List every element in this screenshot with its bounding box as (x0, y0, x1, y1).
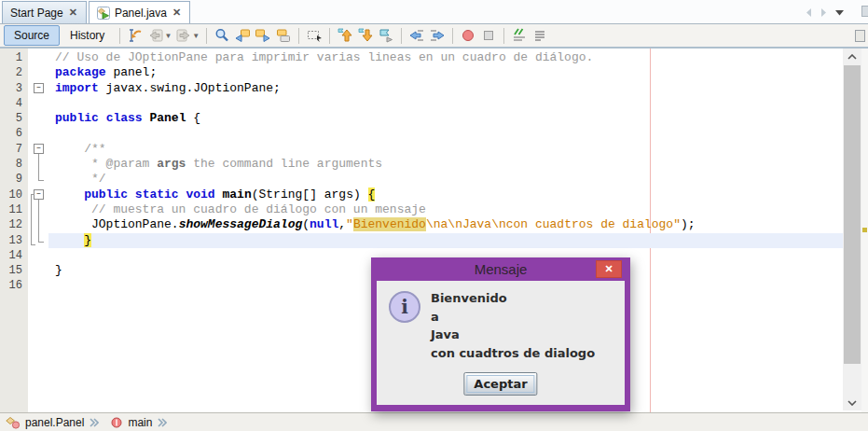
rectangular-selection-icon[interactable] (304, 26, 324, 45)
next-bookmark-icon[interactable] (355, 26, 376, 45)
code-token: package (55, 65, 106, 79)
code-token (55, 233, 84, 247)
info-icon: i (389, 291, 420, 323)
breadcrumb-label: main (128, 416, 152, 429)
source-view-button[interactable]: Source (4, 25, 60, 46)
code-line[interactable]: JOptionPane.showMessageDialog(null,"Bien… (0, 217, 843, 232)
code-token: the command line arguments (186, 157, 382, 171)
shift-left-icon[interactable] (406, 26, 427, 45)
close-icon[interactable]: ✕ (172, 7, 182, 19)
dialog-title: Mensaje (371, 257, 630, 281)
code-token: /** (55, 142, 106, 156)
code-token: void (186, 188, 214, 202)
code-line[interactable] (0, 96, 843, 111)
history-view-button[interactable]: History (60, 25, 115, 46)
dialog-message-line: con cuadtros de dialogo (431, 344, 595, 363)
message-dialog: Mensaje ✕ i Bienvenido a Java con cuadtr… (371, 257, 630, 411)
editor-toolbar-overflow-icon[interactable] (855, 30, 865, 42)
code-line[interactable]: * @param args the command line arguments (0, 157, 843, 172)
find-next-occurrence-icon[interactable] (253, 26, 273, 45)
code-token: ( (302, 217, 310, 231)
error-stripe[interactable] (861, 49, 868, 412)
code-token: ); (681, 217, 696, 231)
previous-bookmark-icon[interactable] (335, 26, 355, 45)
dialog-message-line: Bienvenido (431, 289, 595, 308)
code-token: // Uso de JOptionPane para imprimir vari… (55, 50, 593, 64)
scroll-up-icon[interactable] (843, 49, 861, 64)
code-line[interactable]: // muestra un cuadro de diálogo con un m… (0, 202, 843, 217)
toggle-highlight-icon[interactable] (273, 26, 294, 45)
toolbar-separator (329, 28, 330, 44)
navigation-breadcrumb-bar: panel.Panel main (0, 412, 868, 431)
breadcrumb-item-method[interactable]: main (110, 416, 152, 429)
occurrence-mark[interactable] (862, 228, 867, 232)
scroll-down-icon[interactable] (843, 395, 861, 410)
code-token: main (223, 188, 252, 202)
forward-history-dropdown-icon[interactable]: ▼ (192, 32, 200, 40)
tab-label: Panel.java (115, 7, 167, 20)
editor-toolbar: Source History ▼ ▼ (0, 24, 868, 49)
code-token: (String[] args) (252, 188, 368, 202)
scroll-tabs-left-icon[interactable] (806, 7, 812, 18)
code-token: panel; (106, 65, 158, 79)
code-token: args (157, 157, 186, 171)
toggle-bookmark-icon[interactable] (376, 26, 396, 45)
code-token: null (310, 217, 338, 231)
code-line[interactable]: package panel; (0, 65, 843, 80)
breadcrumb-label: panel.Panel (25, 416, 84, 429)
dialog-messages: Bienvenido a Java con cuadtros de dialog… (431, 289, 595, 362)
back-icon[interactable] (145, 26, 166, 45)
code-token: Bienvenido (353, 217, 426, 231)
toolbar-separator (119, 28, 120, 44)
code-token (55, 188, 84, 202)
tab-label: Start Page (10, 7, 63, 20)
uncomment-icon[interactable] (530, 26, 550, 45)
code-token: */ (55, 172, 106, 186)
shift-right-icon[interactable] (427, 26, 448, 45)
dialog-close-button[interactable]: ✕ (596, 260, 622, 278)
method-icon (110, 416, 123, 429)
tab-start-page[interactable]: Start Page ✕ (2, 1, 87, 23)
code-line[interactable] (0, 126, 843, 141)
last-edit-icon[interactable] (125, 26, 145, 45)
code-line[interactable]: } (0, 233, 843, 248)
maximize-window-icon[interactable] (861, 6, 868, 17)
code-token: import (55, 81, 99, 95)
record-macro-icon[interactable] (458, 26, 478, 45)
code-token (99, 111, 106, 125)
find-previous-occurrence-icon[interactable] (232, 26, 253, 45)
code-line[interactable]: // Uso de JOptionPane para imprimir vari… (0, 50, 843, 65)
dialog-content: i Bienvenido a Java con cuadtros de dial… (377, 281, 625, 405)
close-icon[interactable]: ✕ (68, 7, 78, 19)
tab-list-dropdown-icon[interactable] (835, 9, 844, 16)
code-line[interactable]: public class Panel { (0, 111, 843, 126)
dialog-message-line: a (431, 308, 595, 327)
back-history-dropdown-icon[interactable]: ▼ (164, 32, 172, 40)
breadcrumb-item-class[interactable]: panel.Panel (6, 416, 84, 429)
find-selection-icon[interactable] (212, 26, 232, 45)
code-token: public (55, 111, 99, 125)
chevron-right-icon (90, 416, 99, 429)
code-line[interactable]: */ (0, 172, 843, 187)
code-token (128, 188, 135, 202)
toolbar-separator (298, 28, 299, 44)
java-class-icon (97, 7, 110, 20)
forward-icon[interactable] (173, 26, 194, 45)
dialog-title-bar[interactable]: Mensaje ✕ (371, 257, 630, 281)
scroll-tabs-right-icon[interactable] (820, 7, 827, 18)
code-line[interactable]: public static void main(String[] args) { (0, 188, 843, 202)
vertical-scrollbar[interactable] (843, 49, 861, 410)
scrollbar-thumb[interactable] (844, 65, 861, 364)
code-token: public (84, 188, 128, 202)
code-line[interactable]: import javax.swing.JOptionPane; (0, 81, 843, 96)
stop-macro-icon[interactable] (478, 26, 499, 45)
code-token: } (55, 263, 62, 277)
class-icon (6, 416, 21, 429)
tab-panel-java[interactable]: Panel.java ✕ (89, 1, 190, 23)
code-token: JOptionPane. (55, 217, 179, 231)
comment-icon[interactable] (509, 26, 530, 45)
accept-button[interactable]: Aceptar (463, 372, 537, 396)
code-token: static (135, 188, 179, 202)
code-token: , (338, 217, 346, 231)
code-line[interactable]: /** (0, 142, 843, 157)
